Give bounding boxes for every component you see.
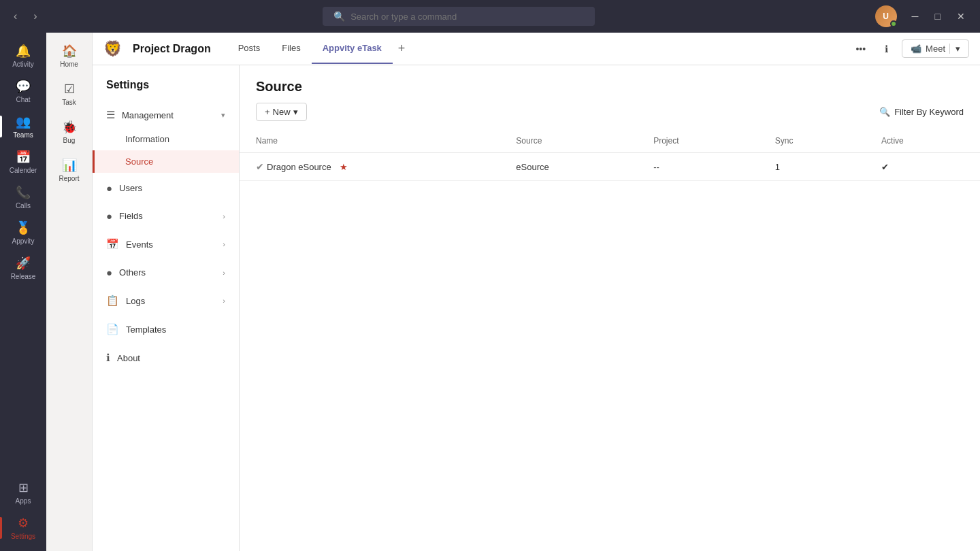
- minimize-button[interactable]: ─: [905, 8, 926, 24]
- events-icon: 📅: [106, 238, 119, 250]
- sidebar-item-teams[interactable]: 👥 Teams: [0, 109, 46, 144]
- sidebar-label-appvity: Appvity: [12, 237, 35, 245]
- top-tabs: Posts Files Appvity eTask +: [227, 33, 411, 64]
- settings-section-events: 📅 Events ›: [93, 231, 239, 257]
- project-title: Project Dragon: [133, 43, 211, 55]
- new-label: New: [273, 107, 291, 117]
- sidebar-label-chat: Chat: [16, 96, 30, 103]
- templates-label: Templates: [126, 324, 166, 335]
- info-button[interactable]: ℹ: [879, 41, 894, 57]
- events-chevron-icon: ›: [223, 240, 225, 248]
- sidebar-item-release[interactable]: 🚀 Release: [0, 250, 46, 286]
- settings-section-templates: 📄 Templates: [93, 316, 239, 342]
- avatar[interactable]: U: [875, 5, 897, 27]
- col-header-sync: Sync: [759, 129, 865, 153]
- sidebar-label-activity: Activity: [12, 61, 34, 68]
- apps-icon: ⊞: [18, 480, 29, 495]
- templates-section-header[interactable]: 📄 Templates: [93, 316, 239, 342]
- sidebar-item-chat[interactable]: 💬 Chat: [0, 73, 46, 109]
- source-table: Name Source Project Sync Active ✔: [240, 129, 980, 181]
- sidebar-item-calendar[interactable]: 📅 Calender: [0, 144, 46, 180]
- search-bar[interactable]: 🔍: [323, 7, 595, 26]
- search-input[interactable]: [350, 12, 584, 22]
- nav-back-button[interactable]: ‹: [8, 7, 22, 25]
- settings-item-information[interactable]: Information: [93, 128, 239, 150]
- new-button[interactable]: + New ▾: [256, 103, 307, 121]
- fields-label: Fields: [119, 211, 143, 221]
- row-active-check-icon: ✔: [881, 162, 889, 172]
- table-row[interactable]: ✔ Dragon eSource ★ eSource -- 1: [240, 153, 980, 181]
- search-icon: 🔍: [333, 11, 345, 22]
- app-sidebar-report[interactable]: 📊 Report: [46, 152, 92, 188]
- nav-forward-button[interactable]: ›: [28, 7, 42, 25]
- logs-chevron-icon: ›: [223, 297, 225, 305]
- col-header-active: Active: [865, 129, 980, 153]
- fields-icon: ●: [106, 210, 112, 222]
- settings-sidebar: Settings ☰ Management ▾ Information Sour…: [93, 65, 240, 551]
- settings-section-users: ● Users: [93, 176, 239, 201]
- app-sidebar-home[interactable]: 🏠 Home: [46, 38, 92, 73]
- templates-icon: 📄: [106, 323, 119, 335]
- sidebar-item-calls[interactable]: 📞 Calls: [0, 180, 46, 215]
- sidebar-item-appvity[interactable]: 🏅 Appvity: [0, 215, 46, 250]
- about-label: About: [117, 353, 140, 363]
- content-area: Settings ☰ Management ▾ Information Sour…: [93, 65, 980, 551]
- sidebar-label-release: Release: [11, 273, 36, 280]
- about-section-header[interactable]: ℹ About: [93, 345, 239, 371]
- tab-posts[interactable]: Posts: [227, 33, 272, 64]
- settings-section-logs: 📋 Logs ›: [93, 288, 239, 314]
- tab-appvity-etask[interactable]: Appvity eTask: [312, 33, 393, 64]
- sidebar-label-teams: Teams: [13, 131, 33, 139]
- meet-chevron-icon[interactable]: ▾: [949, 44, 960, 54]
- meet-icon: 📹: [911, 44, 921, 54]
- users-label: Users: [119, 183, 142, 193]
- activity-icon: 🔔: [16, 44, 31, 59]
- fields-section-header[interactable]: ● Fields ›: [93, 203, 239, 229]
- filter-label: Filter By Keyword: [894, 107, 964, 117]
- more-options-button[interactable]: •••: [850, 41, 871, 57]
- logs-label: Logs: [126, 296, 145, 306]
- row-source-cell: eSource: [500, 153, 637, 181]
- task-icon: ☑: [64, 82, 75, 97]
- users-section-header[interactable]: ● Users: [93, 176, 239, 201]
- sidebar-item-apps[interactable]: ⊞ Apps: [0, 475, 46, 510]
- title-bar: ‹ › 🔍 U ─ □ ✕: [0, 0, 980, 33]
- others-section-header[interactable]: ● Others ›: [93, 260, 239, 285]
- sidebar-item-activity[interactable]: 🔔 Activity: [0, 38, 46, 73]
- tab-files[interactable]: Files: [271, 33, 311, 64]
- page-header: Source: [240, 65, 980, 95]
- settings-title: Settings: [93, 65, 239, 102]
- window-controls: ─ □ ✕: [905, 8, 972, 24]
- close-button[interactable]: ✕: [950, 8, 972, 24]
- calendar-icon: 📅: [16, 150, 31, 165]
- events-section-header[interactable]: 📅 Events ›: [93, 231, 239, 257]
- settings-item-source[interactable]: Source: [93, 150, 239, 173]
- filter-button[interactable]: 🔍 Filter By Keyword: [879, 107, 964, 117]
- settings-section-fields: ● Fields ›: [93, 203, 239, 229]
- sidebar-label-settings: Settings: [11, 533, 35, 540]
- sidebar-item-settings[interactable]: ⚙ Settings: [0, 510, 46, 546]
- row-project-cell: --: [637, 153, 759, 181]
- row-name-cell: ✔ Dragon eSource ★: [240, 153, 500, 181]
- app-sidebar-bug[interactable]: 🐞 Bug: [46, 114, 92, 150]
- add-tab-button[interactable]: +: [393, 39, 411, 59]
- settings-section-others: ● Others ›: [93, 260, 239, 285]
- users-icon: ●: [106, 182, 112, 194]
- top-bar-right: ••• ℹ 📹 Meet ▾: [850, 39, 969, 58]
- app-sidebar-task[interactable]: ☑ Task: [46, 76, 92, 112]
- filter-search-icon: 🔍: [879, 107, 890, 117]
- top-bar: 🦁 Project Dragon Posts Files Appvity eTa…: [93, 33, 980, 65]
- meet-button[interactable]: 📹 Meet ▾: [902, 39, 969, 58]
- row-star-icon: ★: [340, 162, 348, 172]
- teams-sidebar: 🔔 Activity 💬 Chat 👥 Teams 📅 Calender 📞 C…: [0, 33, 46, 551]
- fields-chevron-icon: ›: [223, 212, 225, 220]
- settings-section-management: ☰ Management ▾ Information Source: [93, 102, 239, 173]
- main-layout: 🔔 Activity 💬 Chat 👥 Teams 📅 Calender 📞 C…: [0, 33, 980, 551]
- maximize-button[interactable]: □: [928, 8, 947, 24]
- new-plus-icon: +: [265, 107, 270, 117]
- row-sync-cell: 1: [759, 153, 865, 181]
- avatar-status: [890, 20, 897, 27]
- management-section-header[interactable]: ☰ Management ▾: [93, 102, 239, 128]
- management-icon: ☰: [106, 109, 115, 121]
- logs-section-header[interactable]: 📋 Logs ›: [93, 288, 239, 314]
